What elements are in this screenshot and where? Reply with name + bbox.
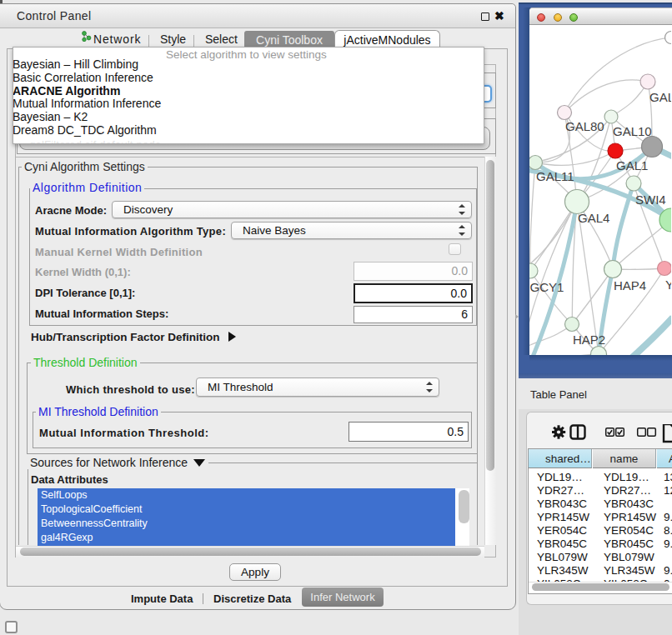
svg-text:GAL4: GAL4 xyxy=(578,211,609,225)
svg-text:YJR0: YJR0 xyxy=(665,278,671,292)
svg-text:GAL10: GAL10 xyxy=(613,124,652,138)
svg-text:GAL1: GAL1 xyxy=(616,158,648,172)
svg-text:GAL7: GAL7 xyxy=(649,90,671,104)
svg-text:GAL11: GAL11 xyxy=(536,169,574,183)
svg-text:GAL80: GAL80 xyxy=(565,119,604,133)
svg-text:HAP2: HAP2 xyxy=(573,332,605,347)
svg-text:SWI4: SWI4 xyxy=(635,192,666,207)
svg-text:GCY1: GCY1 xyxy=(530,280,564,294)
svg-text:HAP4: HAP4 xyxy=(614,278,646,292)
